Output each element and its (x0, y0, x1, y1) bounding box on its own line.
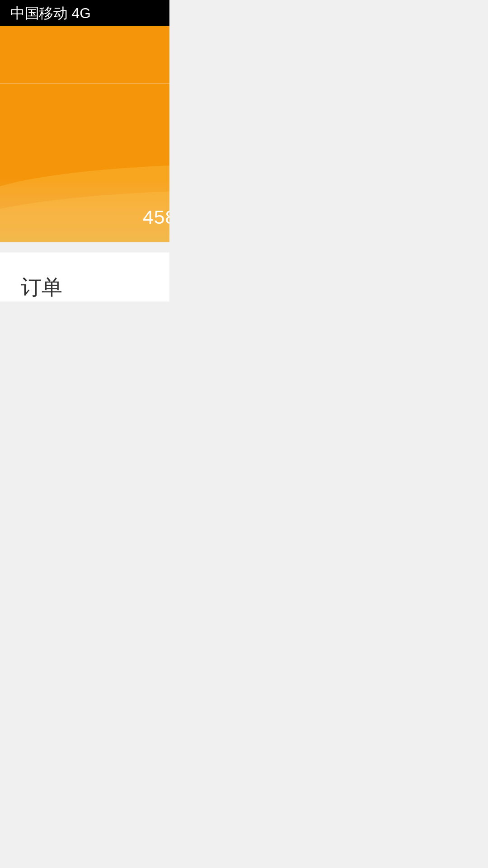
menu-label-orders: 订单 (21, 275, 62, 302)
main-content: 458211667@sina.com 订单 › 购物车 › 个人设置 › 客服 … (0, 83, 169, 302)
app-wrapper: 中国移动 4G 13:15 我 458211667@sina.com (0, 0, 169, 302)
menu-item-orders[interactable]: 订单 › (0, 253, 169, 302)
carrier-text: 中国移动 4G (10, 3, 91, 23)
menu-section: 订单 › 购物车 › 个人设置 › 客服 › (0, 253, 169, 302)
profile-section: 458211667@sina.com (0, 83, 169, 242)
app-header: 我 (0, 26, 169, 84)
user-email: 458211667@sina.com (143, 206, 169, 228)
status-bar: 中国移动 4G 13:15 (0, 0, 169, 26)
